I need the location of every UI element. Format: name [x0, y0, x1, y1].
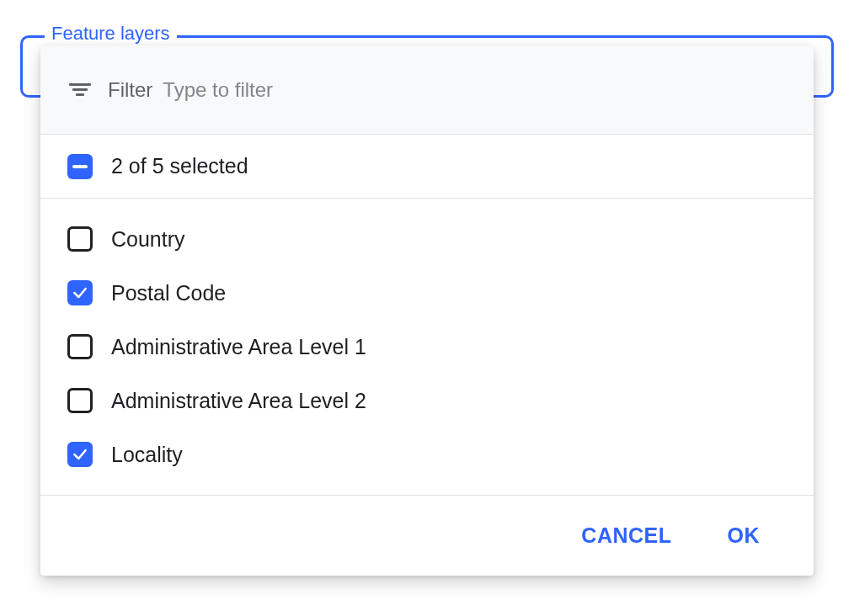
checkbox[interactable]	[67, 226, 93, 252]
filter-icon	[69, 83, 91, 96]
select-all-checkbox-indeterminate[interactable]	[67, 154, 93, 179]
dialog-actions: CANCEL OK	[40, 495, 814, 576]
option-label: Administrative Area Level 2	[111, 389, 366, 413]
cancel-button[interactable]: CANCEL	[576, 523, 676, 549]
select-all-summary: 2 of 5 selected	[111, 154, 248, 178]
option-row[interactable]: Country	[40, 212, 814, 266]
option-row[interactable]: Administrative Area Level 1	[40, 320, 814, 374]
filter-bar: Filter	[40, 45, 814, 135]
options-list: CountryPostal CodeAdministrative Area Le…	[40, 199, 814, 495]
option-row[interactable]: Administrative Area Level 2	[40, 374, 814, 427]
filter-input[interactable]	[161, 77, 785, 103]
field-legend: Feature layers	[45, 23, 177, 45]
option-label: Locality	[111, 443, 183, 467]
select-all-row[interactable]: 2 of 5 selected	[40, 135, 814, 199]
checkbox[interactable]	[67, 388, 93, 413]
feature-layers-dropdown: Filter 2 of 5 selected CountryPostal Cod…	[40, 45, 814, 576]
option-row[interactable]: Postal Code	[40, 266, 814, 320]
option-label: Postal Code	[111, 281, 226, 305]
option-label: Country	[111, 227, 185, 252]
option-label: Administrative Area Level 1	[111, 335, 366, 359]
checkbox[interactable]	[67, 334, 93, 359]
option-row[interactable]: Locality	[40, 427, 814, 481]
checkbox[interactable]	[67, 280, 93, 305]
filter-label: Filter	[108, 78, 152, 102]
checkbox[interactable]	[67, 442, 93, 467]
ok-button[interactable]: OK	[723, 523, 766, 549]
